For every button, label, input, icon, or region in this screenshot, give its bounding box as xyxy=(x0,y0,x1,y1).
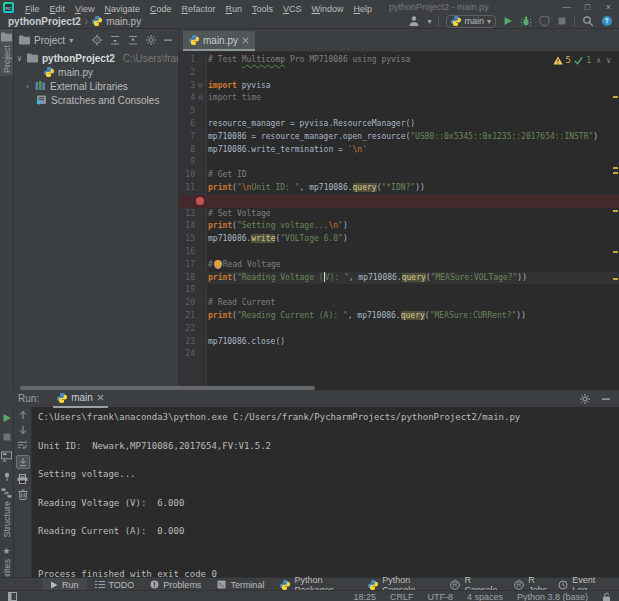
stop-icon[interactable] xyxy=(2,432,12,442)
warning-stripe-mark[interactable] xyxy=(613,251,618,253)
clear-icon[interactable] xyxy=(18,489,28,500)
pin-icon[interactable] xyxy=(2,471,12,482)
code-line-10[interactable]: 10# Get ID xyxy=(179,169,619,182)
tool-window-toggle-icon[interactable] xyxy=(8,592,17,601)
breakpoint-icon[interactable] xyxy=(195,195,206,208)
caret-position[interactable]: 18:25 xyxy=(353,592,376,601)
code-line-20[interactable]: 20# Read Current xyxy=(179,297,619,310)
menu-edit[interactable]: Edit xyxy=(45,4,71,14)
run-tab-main[interactable]: main xyxy=(53,389,108,408)
tree-chevron-icon[interactable]: ∨ xyxy=(16,54,23,63)
warning-stripe-mark[interactable] xyxy=(613,210,618,212)
tree-item-pythonproject2[interactable]: ∨pythonProject2C:\Users\frank\PycharmPr xyxy=(14,51,178,65)
inspection-widget[interactable]: 5 1 ∧ ∨ xyxy=(553,55,612,65)
code-line-2[interactable]: 2 xyxy=(179,67,619,80)
code-line-7[interactable]: 7mp710086 = resource_manager.open_resour… xyxy=(179,131,619,144)
code-editor[interactable]: 1# Test Multicomp Pro MP710086 using pyv… xyxy=(179,52,619,389)
gutter-spacer xyxy=(195,297,206,310)
code-line-8[interactable]: 8mp710086.write_termination = '\n' xyxy=(179,144,619,157)
tree-chevron-icon[interactable]: › xyxy=(24,82,31,91)
tree-item-main-py[interactable]: main.py xyxy=(14,65,178,79)
restore-layout-icon[interactable] xyxy=(1,451,12,462)
soft-wrap-icon[interactable] xyxy=(17,440,28,450)
menu-vcs[interactable]: VCS xyxy=(278,4,307,14)
menu-help[interactable]: Help xyxy=(349,4,378,14)
breadcrumb-project[interactable]: pythonProject2 xyxy=(8,16,81,27)
gear-icon[interactable] xyxy=(145,34,157,46)
tool-window-tab-project[interactable]: Project xyxy=(0,29,13,76)
warning-stripe-mark[interactable] xyxy=(613,167,618,169)
menu-view[interactable]: View xyxy=(70,4,99,14)
intention-bulb-icon[interactable] xyxy=(214,260,222,268)
code-line-4[interactable]: 4⊖import time xyxy=(179,92,619,105)
code-line-18[interactable]: 18print("Reading Voltage (V): ", mp71008… xyxy=(179,272,619,285)
code-line-22[interactable]: 22 xyxy=(179,323,619,336)
fold-icon[interactable]: ⊖ xyxy=(195,80,206,93)
close-icon[interactable] xyxy=(97,394,104,401)
maximize-button[interactable]: □ xyxy=(577,0,598,14)
code-line-19[interactable]: 19 xyxy=(179,284,619,297)
code-line-24[interactable]: 24 xyxy=(179,348,619,361)
debug-button[interactable] xyxy=(520,15,532,27)
code-line-5[interactable]: 5 xyxy=(179,105,619,118)
print-icon[interactable] xyxy=(17,474,28,484)
coverage-button[interactable] xyxy=(539,15,550,27)
next-warning-button[interactable]: ∨ xyxy=(604,56,611,65)
code-line-12[interactable] xyxy=(179,195,619,208)
file-encoding[interactable]: UTF-8 xyxy=(427,592,453,601)
menu-code[interactable]: Code xyxy=(145,4,177,14)
lock-icon[interactable] xyxy=(602,592,611,601)
code-line-13[interactable]: 13# Set Voltage xyxy=(179,208,619,221)
expand-all-icon[interactable] xyxy=(127,34,139,46)
menu-file[interactable]: File xyxy=(20,4,45,14)
run-config-select[interactable]: main ▾ xyxy=(446,15,496,28)
close-icon[interactable] xyxy=(242,37,249,44)
user-icon[interactable] xyxy=(408,15,420,27)
warning-stripe-mark[interactable] xyxy=(613,278,618,280)
tree-item-scratches-and-consoles[interactable]: Scratches and Consoles xyxy=(14,93,178,107)
gear-icon[interactable] xyxy=(579,393,591,405)
code-line-6[interactable]: 6resource_manager = pyvisa.ResourceManag… xyxy=(179,118,619,131)
warning-stripe-mark[interactable] xyxy=(613,172,618,174)
update-icon[interactable] xyxy=(601,15,613,27)
menu-window[interactable]: Window xyxy=(307,4,349,14)
line-separator[interactable]: CRLF xyxy=(390,592,414,601)
menu-navigate[interactable]: Navigate xyxy=(99,4,145,14)
warning-stripe-mark[interactable] xyxy=(613,96,618,98)
tree-item-external-libraries[interactable]: ›External Libraries xyxy=(14,79,178,93)
run-button[interactable] xyxy=(503,16,513,26)
code-line-16[interactable]: 16 xyxy=(179,246,619,259)
python-interpreter[interactable]: Python 3.8 (base) xyxy=(517,592,588,601)
scroll-end-icon[interactable] xyxy=(16,455,30,469)
arrow-up-icon[interactable] xyxy=(18,410,28,420)
code-line-21[interactable]: 21print("Reading Current (A): ", mp71008… xyxy=(179,310,619,323)
prev-warning-button[interactable]: ∧ xyxy=(594,56,601,65)
code-line-9[interactable]: 9 xyxy=(179,156,619,169)
code-line-17[interactable]: 17#Read Voltage xyxy=(179,259,619,272)
editor-tab-main-py[interactable]: main.py xyxy=(183,31,255,51)
code-line-15[interactable]: 15mp710086.write("VOLTage 6.0") xyxy=(179,233,619,246)
code-line-3[interactable]: 3⊖import pyvisa xyxy=(179,80,619,93)
fold-icon[interactable]: ⊖ xyxy=(195,92,206,105)
close-button[interactable]: × xyxy=(598,0,619,14)
stop-button[interactable] xyxy=(557,16,567,26)
run-console-output[interactable]: C:\Users\frank\anaconda3\python.exe C:/U… xyxy=(32,407,619,577)
code-line-14[interactable]: 14print("Setting voltage...\n") xyxy=(179,220,619,233)
menu-refactor[interactable]: Refactor xyxy=(176,4,220,14)
code-line-11[interactable]: 11print("\nUnit ID: ", mp710086.query("*… xyxy=(179,182,619,195)
code-line-23[interactable]: 23mp710086.close() xyxy=(179,336,619,349)
hide-icon[interactable] xyxy=(163,35,173,45)
tool-window-tab-structure[interactable]: Structure xyxy=(0,485,13,541)
menu-tools[interactable]: Tools xyxy=(247,4,278,14)
project-panel-title[interactable]: Project xyxy=(34,35,65,46)
collapse-all-icon[interactable] xyxy=(109,34,121,46)
hide-icon[interactable] xyxy=(601,394,611,404)
rerun-icon[interactable] xyxy=(2,413,12,423)
breadcrumb-file[interactable]: main.py xyxy=(106,16,141,27)
search-icon[interactable] xyxy=(582,15,594,27)
target-icon[interactable] xyxy=(91,34,103,46)
arrow-down-icon[interactable] xyxy=(18,425,28,435)
indent-setting[interactable]: 4 spaces xyxy=(467,592,503,601)
minimize-button[interactable]: — xyxy=(556,0,577,14)
menu-run[interactable]: Run xyxy=(220,4,247,14)
